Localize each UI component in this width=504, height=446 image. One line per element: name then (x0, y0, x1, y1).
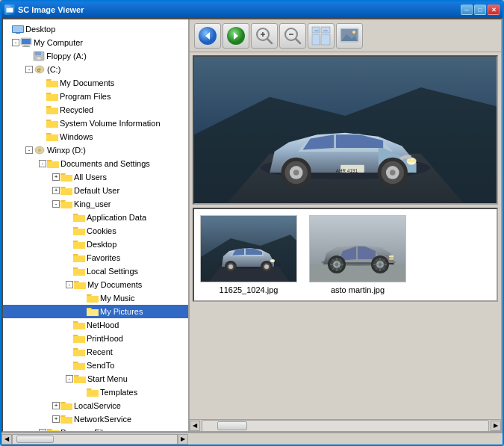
zoom-out-button[interactable] (279, 23, 306, 49)
svg-rect-9 (22, 46, 30, 48)
svg-rect-42 (60, 417, 72, 424)
thumbnail-image-2[interactable] (309, 215, 406, 282)
scroll-left-button[interactable]: ◀ (190, 421, 200, 431)
tree-scroll-left[interactable]: ◀ (1, 434, 12, 445)
tree-label: (C:) (47, 64, 60, 75)
tree-item-cookies[interactable]: Cookies (3, 224, 188, 238)
right-scrollbar[interactable]: ◀ ▶ (190, 419, 501, 431)
expand-mycomputer[interactable]: - (12, 39, 19, 46)
back-button[interactable] (194, 23, 221, 49)
tree-hscroll[interactable]: ◀ ▶ (1, 434, 188, 445)
tree-item-mycomputer[interactable]: - My Computer (3, 36, 188, 49)
tree-item-docsettings[interactable]: - Documents and Settings (3, 157, 188, 170)
tree-item-recent[interactable]: Recent (3, 345, 188, 359)
svg-point-93 (270, 259, 275, 262)
tree-item-windows[interactable]: Windows (3, 130, 188, 143)
tree-label: Cookies (87, 225, 116, 237)
tree-item-recycled[interactable]: Recycled (3, 103, 188, 117)
tree-item-mymusic[interactable]: My Music (3, 291, 188, 305)
expand-c[interactable]: - (25, 66, 33, 73)
svg-rect-4 (13, 26, 23, 32)
expand-d[interactable]: - (25, 146, 33, 154)
tree-scroll-right[interactable]: ▶ (178, 434, 188, 445)
tree-item-mydocs2[interactable]: - My Documents (3, 278, 188, 291)
scroll-right-button[interactable]: ▶ (491, 421, 501, 431)
thumbnail-view-button[interactable] (308, 23, 335, 49)
tree-item-defaultuser[interactable]: + Default User (3, 184, 188, 197)
tree-label: Winxp (D:) (47, 144, 86, 156)
svg-rect-61 (321, 34, 330, 45)
computer-icon (20, 37, 32, 48)
minimize-button[interactable]: ─ (461, 4, 473, 15)
tree-label: My Pictures (100, 306, 143, 318)
tree-item-favorites[interactable]: Favorites (3, 251, 188, 264)
tree-scroll-track[interactable] (12, 434, 178, 445)
tree-label: Documents and Settings (60, 158, 150, 170)
tree-panel[interactable]: Desktop - My Computer Floppy (A:) - (3, 19, 190, 431)
tree-item-localservice[interactable]: + LocalService (3, 399, 188, 412)
folder-icon (46, 78, 58, 88)
tree-item-kinguser[interactable]: - King_user (3, 197, 188, 211)
expand-kinguser[interactable]: - (52, 200, 60, 208)
tree-item-progfiles[interactable]: Program Files (3, 90, 188, 103)
close-button[interactable]: ✕ (488, 4, 500, 15)
tree-item-localsettings[interactable]: Local Settings (3, 264, 188, 278)
tree-item-sendto[interactable]: SendTo (3, 359, 188, 372)
expand-localservice[interactable]: + (52, 402, 60, 409)
expand-defaultuser[interactable]: + (52, 187, 60, 194)
main-window: SC Image Viewer ─ □ ✕ Desktop - (0, 0, 504, 446)
desktop-icon (12, 24, 24, 34)
svg-rect-36 (73, 336, 85, 343)
svg-rect-19 (46, 121, 58, 128)
tree-item-printhood[interactable]: PrintHood (3, 332, 188, 345)
scroll-track[interactable] (202, 420, 489, 432)
tree-item-desktop[interactable]: Desktop (3, 22, 188, 36)
slideshow-view-button[interactable] (336, 23, 363, 49)
tree-item-templates[interactable]: Templates (3, 385, 188, 399)
svg-rect-38 (73, 363, 85, 370)
tree-item-drive-d[interactable]: - Winxp (D:) (3, 143, 188, 157)
tree-item-appdata[interactable]: Application Data (3, 211, 188, 224)
tree-label: PrintHood (87, 332, 123, 344)
svg-point-22 (38, 149, 41, 152)
tree-item-sysvolinfo[interactable]: System Volume Information (3, 117, 188, 130)
expand-progfiles2[interactable]: + (39, 429, 46, 431)
expand-allusers[interactable]: + (52, 173, 60, 181)
tree-label: NetworkService (74, 413, 131, 425)
tree-label: Floppy (A:) (46, 50, 87, 62)
svg-rect-26 (60, 202, 72, 208)
maximize-button[interactable]: □ (474, 4, 486, 15)
tree-item-networkservice[interactable]: + NetworkService (3, 412, 188, 426)
expand-startmenu[interactable]: - (66, 375, 73, 382)
tree-item-desktop2[interactable]: Desktop (3, 238, 188, 251)
expand-networkservice[interactable]: + (52, 415, 60, 423)
svg-rect-27 (73, 215, 85, 222)
tree-item-startmenu[interactable]: - Start Menu (3, 372, 188, 385)
expand-docsettings[interactable]: - (39, 160, 46, 167)
zoom-in-button[interactable] (251, 23, 278, 49)
thumbnail-image-1[interactable] (200, 215, 297, 282)
svg-rect-34 (87, 309, 99, 316)
folder-icon (46, 105, 58, 115)
svg-rect-33 (87, 296, 99, 303)
folder-icon (74, 279, 86, 290)
svg-point-97 (389, 257, 393, 260)
tree-scroll-thumb[interactable] (16, 436, 54, 443)
tree-item-progfiles2[interactable]: + Program Files (3, 426, 188, 431)
scroll-thumb[interactable] (217, 421, 247, 430)
thumbnail-item-1[interactable]: 11625_1024.jpg (200, 215, 297, 294)
tree-item-drive-c[interactable]: - C (C:) (3, 63, 188, 76)
tree-label: Default User (74, 185, 119, 196)
svg-rect-31 (73, 269, 85, 276)
tree-item-floppy[interactable]: Floppy (A:) (3, 49, 188, 63)
thumbnail-item-2[interactable]: asto martin.jpg (309, 215, 406, 294)
tree-item-mypictures[interactable]: My Pictures (3, 305, 188, 318)
tree-item-nethood[interactable]: NetHood (3, 318, 188, 332)
folder-icon (73, 320, 85, 330)
tree-item-allusers[interactable]: + All Users (3, 170, 188, 184)
svg-rect-30 (73, 255, 85, 262)
expand-mydocs2[interactable]: - (66, 281, 73, 288)
tree-item-mydocs[interactable]: My Documents (3, 76, 188, 90)
forward-button[interactable] (223, 23, 249, 49)
image-area: AHR 4191 (190, 52, 501, 419)
